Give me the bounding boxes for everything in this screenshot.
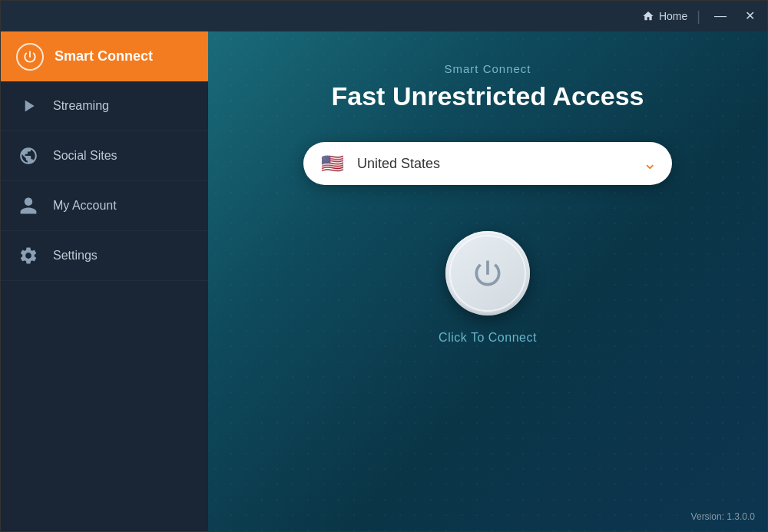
- sidebar-item-streaming[interactable]: Streaming: [1, 81, 208, 131]
- play-icon: [18, 96, 38, 116]
- sidebar-item-my-account[interactable]: My Account: [1, 181, 208, 231]
- country-flag: 🇺🇸: [319, 150, 346, 177]
- sidebar: Smart Connect Streaming Social Sit: [1, 31, 208, 531]
- connect-label: Click To Connect: [439, 331, 537, 345]
- title-bar-divider: |: [697, 8, 700, 25]
- chevron-down-icon: ⌄: [643, 154, 657, 173]
- smart-connect-icon-wrap: [16, 43, 44, 71]
- social-sites-icon-wrap: [16, 144, 41, 168]
- title-bar: Home | — ✕: [1, 1, 767, 31]
- home-button[interactable]: Home: [642, 10, 687, 22]
- close-button[interactable]: ✕: [740, 8, 760, 24]
- smart-connect-label: Smart Connect: [55, 48, 153, 64]
- power-icon: [22, 49, 38, 64]
- country-selector[interactable]: 🇺🇸 United States ⌄: [303, 142, 672, 185]
- user-icon: [18, 196, 38, 216]
- home-label: Home: [659, 10, 687, 22]
- social-sites-label: Social Sites: [53, 149, 118, 163]
- sidebar-item-smart-connect[interactable]: Smart Connect: [1, 31, 208, 81]
- my-account-label: My Account: [53, 199, 117, 213]
- streaming-label: Streaming: [53, 99, 109, 113]
- globe-icon: [18, 146, 38, 166]
- panel-subtitle: Smart Connect: [444, 62, 531, 75]
- main-content: Smart Connect Streaming Social Sit: [1, 31, 767, 531]
- gear-icon: [18, 246, 38, 266]
- home-icon: [642, 10, 654, 22]
- power-button-wrap: Click To Connect: [439, 231, 537, 345]
- power-button-icon: [471, 256, 505, 290]
- version-text: Version: 1.3.0.0: [691, 511, 755, 522]
- main-panel: Smart Connect Fast Unrestricted Access 🇺…: [208, 31, 767, 531]
- connect-button[interactable]: [445, 231, 530, 316]
- streaming-icon-wrap: [16, 94, 41, 118]
- settings-icon-wrap: [16, 243, 41, 268]
- minimize-button[interactable]: —: [710, 8, 731, 24]
- sidebar-item-settings[interactable]: Settings: [1, 231, 208, 281]
- sidebar-item-social-sites[interactable]: Social Sites: [1, 131, 208, 181]
- panel-title: Fast Unrestricted Access: [332, 81, 644, 111]
- app-window: Home | — ✕ Smart Connect: [0, 0, 768, 532]
- country-name: United States: [357, 156, 643, 172]
- my-account-icon-wrap: [16, 193, 41, 218]
- settings-label: Settings: [53, 249, 98, 263]
